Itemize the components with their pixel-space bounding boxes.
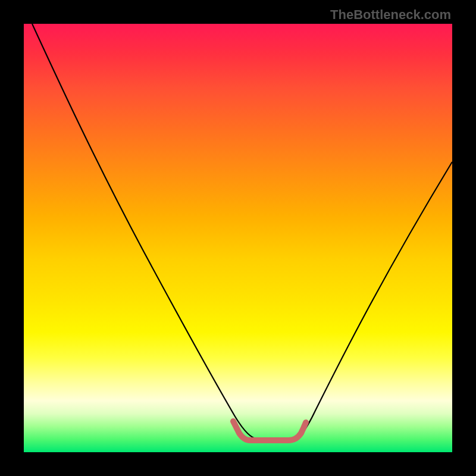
watermark-text: TheBottleneck.com bbox=[330, 7, 451, 23]
bottleneck-curve bbox=[32, 24, 452, 439]
bottleneck-indicator bbox=[233, 421, 306, 440]
chart-svg bbox=[24, 24, 452, 452]
chart-container: TheBottleneck.com bbox=[0, 0, 476, 476]
